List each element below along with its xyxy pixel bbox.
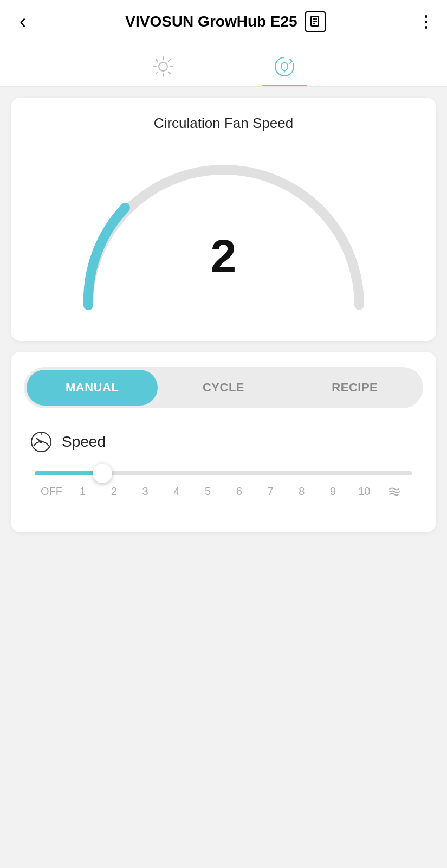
header-title: VIVOSUN GrowHub E25: [125, 11, 325, 32]
title-text: VIVOSUN GrowHub E25: [125, 13, 297, 30]
gauge-value: 2: [211, 229, 237, 283]
slider-label-3: 3: [129, 485, 161, 498]
app-header: ‹ VIVOSUN GrowHub E25: [0, 0, 447, 43]
slider-label-8: 8: [286, 485, 318, 498]
slider-thumb[interactable]: [93, 464, 112, 483]
back-button[interactable]: ‹: [15, 10, 30, 34]
wind-icon-label: [380, 485, 411, 498]
slider-label-5: 5: [192, 485, 224, 498]
mode-selector: MANUAL CYCLE RECIPE: [24, 367, 423, 408]
slider-label-off: OFF: [36, 485, 67, 498]
speed-label-row: Speed: [29, 430, 418, 454]
tab-bar: [0, 43, 447, 87]
slider-label-1: 1: [67, 485, 99, 498]
tab-fan[interactable]: [273, 55, 296, 86]
speed-text: Speed: [62, 433, 106, 451]
slider-label-2: 2: [99, 485, 130, 498]
slider-label-4: 4: [161, 485, 192, 498]
mode-card: MANUAL CYCLE RECIPE: [11, 352, 436, 532]
document-icon[interactable]: [305, 11, 326, 32]
svg-point-17: [40, 441, 43, 443]
sun-tab-icon: [151, 55, 175, 79]
slider-label-10: 10: [349, 485, 380, 498]
speedometer-icon: [29, 430, 53, 454]
tab-sun[interactable]: [151, 55, 175, 86]
dot1: [425, 15, 427, 18]
leaf-tab-icon: [273, 55, 296, 79]
dot3: [425, 26, 427, 29]
mode-manual-button[interactable]: MANUAL: [27, 370, 158, 406]
dot2: [425, 21, 427, 23]
svg-point-4: [159, 62, 167, 71]
svg-line-12: [156, 72, 158, 74]
slider-wrapper: OFF 1 2 3 4 5 6 7 8 9 10: [29, 471, 418, 498]
slider-label-7: 7: [255, 485, 286, 498]
main-content: Circulation Fan Speed 2 MANUAL CYCLE REC…: [0, 87, 447, 868]
svg-line-11: [168, 60, 170, 62]
slider-label-6: 6: [224, 485, 255, 498]
slider-label-9: 9: [318, 485, 349, 498]
mode-cycle-button[interactable]: CYCLE: [158, 370, 289, 406]
slider-labels: OFF 1 2 3 4 5 6 7 8 9 10: [35, 485, 412, 498]
svg-line-10: [168, 72, 170, 74]
svg-line-9: [156, 60, 158, 62]
fan-speed-card: Circulation Fan Speed 2: [11, 98, 436, 341]
mode-recipe-button[interactable]: RECIPE: [289, 370, 420, 406]
gauge-container: 2: [24, 148, 423, 322]
more-options-button[interactable]: [420, 13, 432, 31]
slider-track[interactable]: [35, 471, 412, 475]
speed-section: Speed OFF 1 2 3 4 5 6 7 8: [24, 430, 423, 498]
fan-speed-title: Circulation Fan Speed: [24, 115, 423, 132]
